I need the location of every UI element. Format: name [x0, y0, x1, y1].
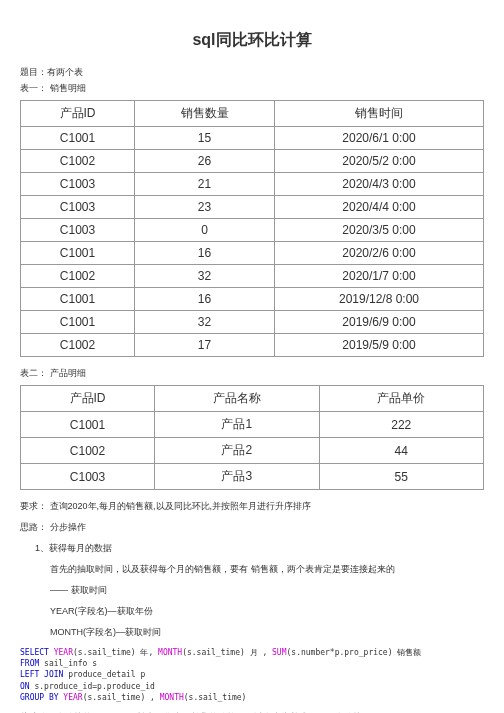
- table2-label: 表二： 产品明细: [20, 367, 484, 380]
- table-cell: 23: [135, 196, 275, 219]
- step1-line: 首先的抽取时间，以及获得每个月的销售额，要有 销售额，两个表肯定是要连接起来的: [50, 563, 484, 576]
- table-cell: C1001: [21, 127, 135, 150]
- table-sales-detail: 产品ID销售数量销售时间 C1001152020/6/1 0:00C100226…: [20, 100, 484, 357]
- table-cell: C1002: [21, 334, 135, 357]
- table-cell: C1003: [21, 196, 135, 219]
- table-cell: 15: [135, 127, 275, 150]
- table-cell: C1001: [21, 311, 135, 334]
- table-cell: 2020/3/5 0:00: [275, 219, 484, 242]
- subtitle-line: 题目：有两个表: [20, 66, 484, 79]
- table-cell: 21: [135, 173, 275, 196]
- table-cell: 产品3: [155, 464, 319, 490]
- table-cell: 2020/4/3 0:00: [275, 173, 484, 196]
- table-cell: 16: [135, 242, 275, 265]
- table-cell: 16: [135, 288, 275, 311]
- table-cell: C1002: [21, 265, 135, 288]
- requirement-text: 要求： 查询2020年,每月的销售额,以及同比环比,并按照年月进行升序排序: [20, 500, 484, 513]
- step1-line: MONTH(字段名)—获取时间: [50, 626, 484, 639]
- table-cell: 2020/4/4 0:00: [275, 196, 484, 219]
- table-cell: 产品1: [155, 412, 319, 438]
- table-product-detail: 产品ID产品名称产品单价 C1001产品1222C1002产品244C1003产…: [20, 385, 484, 490]
- table-cell: C1003: [21, 173, 135, 196]
- table-cell: 2020/2/6 0:00: [275, 242, 484, 265]
- thinking-label: 思路： 分步操作: [20, 521, 484, 534]
- table-cell: C1003: [21, 219, 135, 242]
- table-cell: C1003: [21, 464, 155, 490]
- table-cell: 17: [135, 334, 275, 357]
- table-cell: 2019/6/9 0:00: [275, 311, 484, 334]
- table-cell: C1002: [21, 150, 135, 173]
- table-cell: 32: [135, 311, 275, 334]
- table-cell: 2020/5/2 0:00: [275, 150, 484, 173]
- table-cell: C1001: [21, 288, 135, 311]
- table-cell: 2020/1/7 0:00: [275, 265, 484, 288]
- table-cell: C1001: [21, 412, 155, 438]
- table-cell: 222: [319, 412, 483, 438]
- table-cell: 产品2: [155, 438, 319, 464]
- table-cell: 26: [135, 150, 275, 173]
- table1-label: 表一： 销售明细: [20, 82, 484, 95]
- table-cell: 55: [319, 464, 483, 490]
- step1-line: YEAR(字段名)—获取年份: [50, 605, 484, 618]
- table-cell: C1001: [21, 242, 135, 265]
- table-cell: C1002: [21, 438, 155, 464]
- table-cell: 0: [135, 219, 275, 242]
- table-cell: 32: [135, 265, 275, 288]
- step1-line: —— 获取时间: [50, 584, 484, 597]
- table-cell: 44: [319, 438, 483, 464]
- table-cell: 2020/6/1 0:00: [275, 127, 484, 150]
- sql-code-block-1: SELECT YEAR(s.sail_time) 年, MONTH(s.sail…: [20, 647, 484, 703]
- table-cell: 2019/12/8 0:00: [275, 288, 484, 311]
- page-title: sql同比环比计算: [20, 30, 484, 51]
- step1-title: 1、获得每月的数据: [35, 542, 484, 555]
- table-cell: 2019/5/9 0:00: [275, 334, 484, 357]
